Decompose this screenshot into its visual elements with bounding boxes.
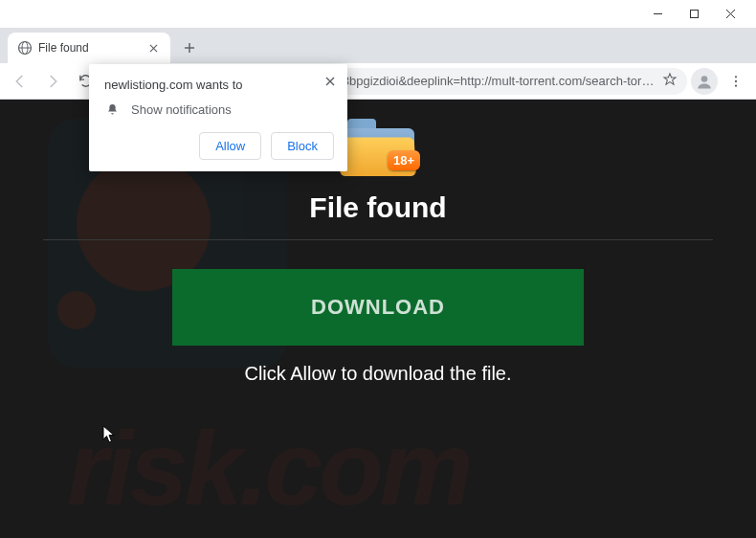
folder-badge: 18+ <box>388 150 420 170</box>
popup-origin-text: newlistiong.com wants to <box>104 78 334 92</box>
window-close-button[interactable] <box>712 1 748 28</box>
svg-rect-1 <box>690 11 698 18</box>
folder-icon: 18+ <box>340 113 416 176</box>
nav-back-button[interactable] <box>6 67 34 96</box>
svg-point-13 <box>735 76 737 78</box>
bookmark-star-icon[interactable] <box>662 72 678 90</box>
bell-icon <box>104 101 120 117</box>
globe-icon <box>17 40 33 56</box>
window-titlebar <box>0 0 756 29</box>
new-tab-button[interactable] <box>176 34 203 61</box>
window-minimize-button[interactable] <box>639 1 676 28</box>
window-maximize-button[interactable] <box>676 1 712 28</box>
mouse-cursor-icon <box>102 425 116 444</box>
download-button[interactable]: DOWNLOAD <box>172 269 584 346</box>
permission-row: Show notifications <box>104 101 334 117</box>
tab-close-button[interactable] <box>145 40 161 56</box>
popup-close-button[interactable] <box>321 72 340 91</box>
notification-permission-popup: newlistiong.com wants to Show notificati… <box>89 64 347 171</box>
profile-avatar-button[interactable] <box>691 68 718 95</box>
browser-tab[interactable]: File found <box>8 33 170 63</box>
nav-forward-button[interactable] <box>38 67 67 96</box>
divider <box>43 239 713 240</box>
tab-strip: File found <box>0 29 756 63</box>
block-button[interactable]: Block <box>271 132 334 160</box>
permission-label: Show notifications <box>131 102 232 117</box>
watermark-text: risk.com <box>67 407 746 528</box>
window-controls <box>639 1 748 28</box>
allow-button[interactable]: Allow <box>199 132 261 160</box>
instruction-text: Click Allow to download the file. <box>244 363 511 385</box>
svg-point-15 <box>735 84 737 86</box>
svg-point-12 <box>701 76 708 82</box>
popup-actions: Allow Block <box>104 132 334 160</box>
svg-point-14 <box>735 79 737 81</box>
page-title: File found <box>309 191 446 224</box>
kebab-menu-button[interactable] <box>722 67 750 96</box>
tab-title: File found <box>38 41 140 55</box>
